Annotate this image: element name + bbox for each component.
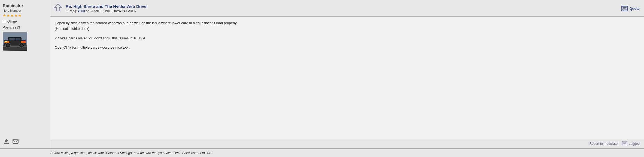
body-paragraph-1: Hopefully Nvidia fixes the colored windo…	[55, 20, 640, 32]
post-footer: Report to moderator Logged	[50, 139, 644, 148]
svg-marker-18	[54, 4, 62, 11]
logged-section: Logged	[622, 141, 640, 146]
svg-marker-22	[623, 10, 624, 11]
offline-label: Offline	[7, 20, 17, 23]
post-content-area: Re: High Sierra and The Nvidia Web Drive…	[50, 0, 644, 148]
reply-icon	[53, 3, 63, 14]
body-paragraph-2: 2 Nvidia cards via eGPU don't show this …	[55, 36, 640, 41]
logged-icon	[622, 141, 627, 146]
post-main: Rominator Hero Member ★★★★★ Offline Post…	[0, 0, 644, 149]
svg-point-16	[5, 139, 8, 142]
svg-point-10	[7, 44, 9, 46]
avatar-car-image	[3, 32, 27, 50]
report-to-moderator-link[interactable]: Report to moderator	[590, 142, 619, 146]
svg-rect-14	[23, 41, 25, 42]
post-header-left: Re: High Sierra and The Nvidia Web Drive…	[53, 3, 148, 14]
quote-icon	[621, 6, 628, 11]
bottom-notice: Before asking a question, check your "Pe…	[0, 149, 644, 157]
quote-label: Quote	[629, 7, 640, 11]
offline-row: Offline	[3, 20, 47, 23]
post-header: Re: High Sierra and The Nvidia Web Drive…	[50, 0, 644, 17]
reply-number: #203	[78, 9, 85, 13]
svg-rect-13	[5, 41, 7, 42]
post-meta: « Reply #203 on: April 06, 2018, 02:40:4…	[66, 9, 148, 13]
reply-on-text: on:	[86, 9, 91, 13]
post-title[interactable]: Re: High Sierra and The Nvidia Web Drive…	[66, 4, 148, 9]
profile-icon[interactable]	[3, 138, 10, 145]
reply-date: April 06, 2018, 02:40:47 AM	[91, 9, 133, 13]
avatar	[3, 32, 27, 51]
reply-prefix: «	[66, 9, 68, 13]
post-container: Rominator Hero Member ★★★★★ Offline Post…	[0, 0, 644, 157]
username: Rominator	[3, 3, 47, 8]
post-body: Hopefully Nvidia fixes the colored windo…	[50, 17, 644, 139]
svg-point-12	[20, 44, 23, 46]
svg-rect-17	[13, 139, 18, 143]
svg-rect-15	[4, 143, 9, 144]
user-rank: Hero Member	[3, 9, 47, 12]
user-stars: ★★★★★	[3, 13, 47, 18]
reply-suffix: »	[134, 9, 136, 13]
reply-label-text: Reply	[68, 9, 78, 13]
svg-rect-24	[623, 142, 626, 144]
logged-label: Logged	[629, 142, 640, 146]
post-title-block: Re: High Sierra and The Nvidia Web Drive…	[66, 4, 148, 13]
user-action-icons	[3, 135, 47, 145]
message-icon[interactable]	[12, 138, 19, 145]
body-paragraph-3: OpenCl fix for multiple cards would be n…	[55, 45, 640, 51]
user-panel: Rominator Hero Member ★★★★★ Offline Post…	[0, 0, 50, 148]
svg-rect-8	[16, 38, 20, 40]
svg-rect-19	[622, 7, 627, 10]
quote-button[interactable]: Quote	[621, 6, 640, 11]
offline-checkbox-icon	[3, 20, 6, 23]
svg-rect-7	[9, 38, 15, 40]
posts-count: Posts: 2213	[3, 26, 47, 29]
